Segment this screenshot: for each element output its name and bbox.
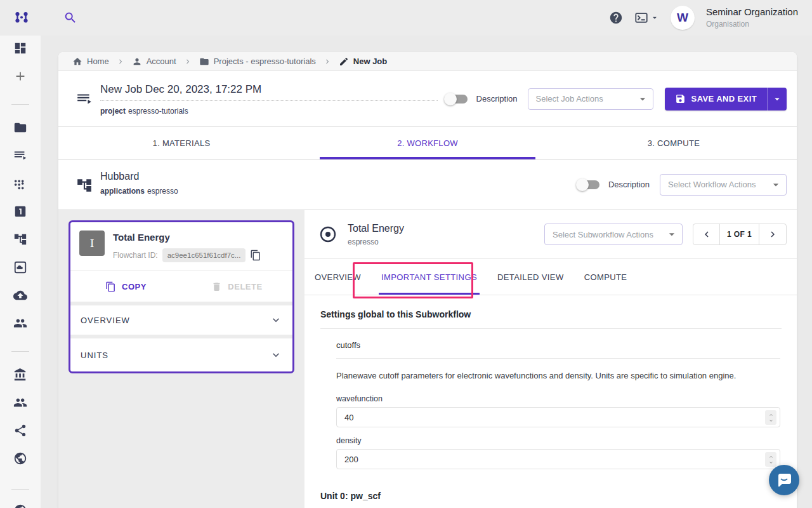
settings-group-description: Planewave cutoff parameters for electron… [336, 371, 780, 380]
trash-icon [211, 281, 222, 292]
dashboard-icon[interactable] [13, 41, 27, 55]
topbar: W Seminar Organization Organisation [0, 0, 812, 36]
breadcrumb-separator-icon [116, 57, 125, 66]
wavefunction-label: wavefunction [336, 394, 780, 403]
selected-unit-card[interactable]: I Total Energy Flowchart ID: ac9ee1c651f… [69, 220, 294, 373]
tab-compute[interactable]: COMPUTE [584, 259, 627, 295]
app-logo-icon[interactable] [13, 9, 30, 27]
chat-launcher-button[interactable] [768, 464, 800, 496]
job-description-toggle[interactable] [446, 95, 468, 104]
sidebar-divider [11, 104, 29, 105]
units-accordion[interactable]: UNITS [70, 338, 292, 371]
tab-materials[interactable]: 1. MATERIALS [58, 127, 304, 159]
job-title[interactable]: New Job Dec 20, 2023, 17:22 PM [100, 83, 438, 101]
subworkflow-pager: 1 OF 1 [693, 224, 787, 245]
save-icon [675, 93, 686, 104]
bank-one-icon[interactable] [13, 204, 27, 218]
jobs-list-icon[interactable] [13, 149, 27, 163]
flowchart-id-label: Flowchart ID: [113, 251, 158, 260]
overview-accordion[interactable]: OVERVIEW [70, 305, 292, 338]
chevron-down-icon [650, 13, 659, 22]
chevron-down-icon [768, 418, 775, 424]
workflow-application: applicationsespresso [100, 187, 178, 196]
pager-next-button[interactable] [759, 224, 786, 244]
job-icon [76, 91, 93, 107]
workflows-tree-icon[interactable] [13, 232, 27, 246]
copy-icon [105, 281, 116, 292]
home-icon [72, 57, 82, 67]
add-icon[interactable] [13, 69, 27, 83]
unit-section-heading: Unit 0: pw_scf [320, 491, 780, 501]
tab-detailed-view[interactable]: DETAILED VIEW [497, 259, 564, 295]
breadcrumb-home[interactable]: Home [72, 57, 109, 67]
workflow-description-toggle[interactable] [578, 180, 599, 189]
subworkflow-settings: Settings global to this Subworkflow cuto… [304, 309, 797, 501]
folder-icon[interactable] [13, 121, 27, 135]
breadcrumb-projects[interactable]: Projects - espresso-tutorials [199, 57, 316, 67]
job-project: projectespresso-tutorials [100, 107, 438, 116]
wavefunction-input[interactable] [337, 408, 780, 427]
save-options-caret-button[interactable] [768, 88, 787, 110]
unit-card-header: I Total Energy Flowchart ID: ac9ee1c651f… [70, 222, 292, 271]
media-icon[interactable] [13, 260, 27, 274]
copy-unit-button[interactable]: COPY [70, 281, 181, 292]
breadcrumb-account[interactable]: Account [132, 57, 176, 67]
unit-list-panel: I Total Energy Flowchart ID: ac9ee1c651f… [58, 210, 304, 508]
console-icon [634, 11, 648, 25]
share-icon[interactable] [13, 424, 27, 438]
avatar[interactable]: W [671, 6, 695, 30]
org-name: Seminar Organization [706, 6, 798, 18]
cloud-upload-icon[interactable] [13, 288, 27, 302]
density-field [336, 449, 780, 469]
pager-prev-button[interactable] [693, 224, 720, 244]
caret-down-icon [769, 178, 782, 191]
delete-unit-button[interactable]: DELETE [181, 281, 292, 292]
unit-card-actions: COPY DELETE [70, 271, 292, 305]
workflow-actions-select[interactable]: Select Workflow Actions [660, 174, 787, 196]
density-input[interactable] [337, 450, 780, 469]
edit-icon [339, 57, 349, 67]
job-actions-select[interactable]: Select Job Actions [528, 88, 653, 110]
folder-icon [199, 57, 209, 67]
workflow-actions-area: Description Select Workflow Actions [578, 160, 787, 209]
console-menu-button[interactable] [634, 11, 659, 25]
globe-icon[interactable] [13, 451, 27, 465]
subworkflow-header: Total Energy espresso Select Subworkflow… [304, 210, 797, 259]
materials-dots-icon[interactable] [13, 177, 27, 190]
main-panel: Home Account Projects - espresso-tutoria… [58, 52, 797, 508]
chat-bubble-icon [768, 464, 800, 496]
help-icon[interactable] [609, 11, 623, 25]
tab-important-settings[interactable]: IMPORTANT SETTINGS [381, 259, 477, 295]
tab-overview[interactable]: OVERVIEW [315, 259, 361, 295]
sidebar-divider [11, 351, 29, 352]
subworkflow-actions-select[interactable]: Select Subworkflow Actions [544, 224, 683, 245]
settings-group-name: cutoffs [336, 340, 780, 359]
sidebar [0, 36, 41, 508]
workflow-tree-icon [76, 177, 93, 194]
caret-down-icon [665, 228, 678, 241]
breadcrumb-new-job[interactable]: New Job [339, 57, 387, 67]
person-icon [132, 57, 142, 67]
team-icon[interactable] [13, 316, 27, 330]
institution-icon[interactable] [13, 368, 27, 382]
search-icon[interactable] [63, 11, 77, 25]
globe-partial-icon[interactable] [13, 504, 27, 508]
tab-workflow[interactable]: 2. WORKFLOW [304, 127, 551, 159]
copy-id-icon[interactable] [250, 250, 261, 261]
job-description-label: Description [476, 94, 518, 104]
save-and-exit-button[interactable]: SAVE AND EXIT [665, 88, 767, 110]
toggle-knob [444, 93, 457, 105]
caret-down-icon [636, 93, 649, 105]
workflow-title: Hubbard [100, 171, 178, 182]
chevron-up-icon [768, 412, 775, 418]
job-header: New Job Dec 20, 2023, 17:22 PM projectes… [58, 71, 797, 127]
tab-compute[interactable]: 3. COMPUTE [551, 127, 797, 159]
job-steps: 1. MATERIALS 2. WORKFLOW 3. COMPUTE [58, 127, 797, 160]
people-icon[interactable] [13, 396, 27, 410]
chevron-down-icon [270, 349, 282, 361]
caret-down-icon [771, 93, 783, 105]
account-menu[interactable]: Seminar Organization Organisation [706, 6, 798, 29]
flowchart-id-value: ac9ee1c651f61cdf7c... [162, 248, 246, 262]
wavefunction-stepper[interactable] [765, 410, 776, 425]
org-type: Organisation [706, 20, 798, 29]
